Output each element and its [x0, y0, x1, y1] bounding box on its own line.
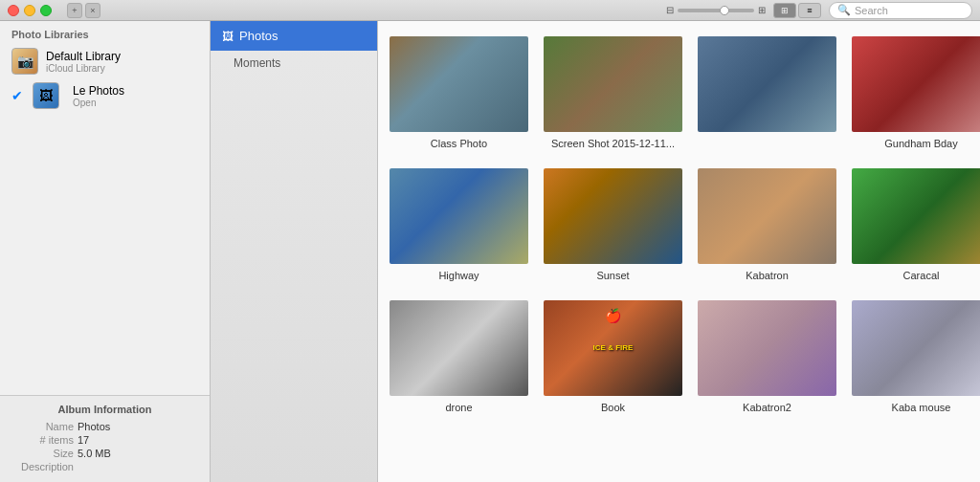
back-button[interactable]: + — [67, 3, 82, 18]
album-info-panel: Album Information Name Photos # items 17… — [0, 395, 210, 482]
zoom-slider[interactable] — [678, 9, 754, 12]
photo-item-sunset[interactable]: Sunset — [544, 168, 682, 281]
photo-thumb-caracal — [852, 168, 980, 264]
search-box[interactable]: 🔍 Search — [829, 2, 972, 19]
photo-label-class-photo: Class Photo — [431, 138, 487, 149]
titlebar: + × ⊟ ⊞ ⊞ ≡ 🔍 Search — [0, 0, 980, 21]
photo-label-drone: drone — [445, 402, 472, 413]
book-overlay-text: ICE & FIRE — [593, 343, 634, 353]
album-info-items-label: # items — [11, 434, 74, 446]
album-info-size-row: Size 5.0 MB — [11, 448, 198, 459]
album-info-title: Album Information — [11, 404, 198, 415]
default-library-sub: iCloud Library — [46, 63, 121, 74]
le-photos-sub: Open — [73, 98, 124, 108]
photo-item-class-photo[interactable]: Class Photo — [390, 36, 528, 149]
album-info-size-value: 5.0 MB — [78, 448, 111, 459]
minimize-button[interactable] — [24, 5, 35, 16]
zoom-in-icon: ⊞ — [758, 5, 766, 15]
photo-thumb-class-photo — [390, 36, 528, 132]
photo-thumb-sunset — [544, 168, 682, 264]
search-icon: 🔍 — [837, 4, 851, 16]
album-info-items-value: 17 — [78, 434, 89, 446]
check-icon: ✔ — [11, 88, 23, 103]
photo-item-kaba-mouse[interactable]: Kaba mouse — [852, 300, 980, 413]
photo-label-book: Book — [601, 402, 625, 413]
nav-sub-item-moments[interactable]: Moments — [211, 51, 377, 76]
nav-item-photos-label: Photos — [239, 29, 278, 43]
photo-item-highway[interactable]: Highway — [390, 168, 528, 281]
le-photos-name: Le Photos — [73, 84, 124, 98]
apple-logo-icon: 🍎 — [605, 308, 621, 323]
close-button[interactable] — [8, 5, 19, 16]
search-placeholder: Search — [855, 5, 888, 16]
default-library-icon: 📷 — [11, 48, 38, 75]
photo-label-caracal: Caracal — [903, 270, 940, 281]
photo-item-kabatron[interactable]: Kabatron — [698, 168, 836, 281]
content-area: Class PhotoScreen Shot 2015-12-11...Gund… — [378, 21, 980, 482]
album-info-name-label: Name — [11, 421, 74, 432]
sidebar-item-default-library[interactable]: 📷 Default Library iCloud Library — [0, 44, 210, 78]
photo-label-kaba-mouse: Kaba mouse — [892, 402, 951, 413]
main-layout: Photo Libraries 📷 Default Library iCloud… — [0, 21, 980, 482]
zoom-out-icon: ⊟ — [666, 5, 674, 15]
photo-item-game[interactable] — [698, 36, 836, 149]
photo-item-caracal[interactable]: Caracal — [852, 168, 980, 281]
photo-item-kabatron2[interactable]: Kabatron2 — [698, 300, 836, 413]
forward-button[interactable]: × — [85, 3, 100, 18]
photo-grid: Class PhotoScreen Shot 2015-12-11...Gund… — [390, 36, 969, 413]
nav-item-moments-label: Moments — [234, 56, 280, 70]
photo-thumb-gundham-bday — [852, 36, 980, 132]
photo-thumb-drone — [390, 300, 528, 396]
sidebar-spacer — [0, 113, 210, 395]
nav-panel: 🖼 Photos Moments — [211, 21, 378, 482]
le-photos-icon: 🖼 — [33, 82, 59, 109]
nav-buttons: + × — [67, 3, 100, 18]
album-info-items-row: # items 17 — [11, 434, 198, 446]
photo-thumb-kabatron2 — [698, 300, 836, 396]
sidebar-section-title: Photo Libraries — [0, 21, 210, 44]
photo-label-kabatron: Kabatron — [746, 270, 789, 281]
album-info-size-label: Size — [11, 448, 74, 459]
photo-label-highway: Highway — [438, 270, 479, 281]
default-library-info: Default Library iCloud Library — [46, 50, 121, 74]
photo-label-sunset: Sunset — [596, 270, 629, 281]
photo-thumb-highway — [390, 168, 528, 264]
default-library-name: Default Library — [46, 50, 121, 63]
album-info-name-value: Photos — [78, 421, 110, 432]
grid-view-button[interactable]: ⊞ — [773, 3, 796, 18]
photo-thumb-kabatron — [698, 168, 836, 264]
photo-thumb-kaba-mouse — [852, 300, 980, 396]
photo-thumb-book: ICE & FIRE🍎 — [544, 300, 682, 396]
album-info-desc-row: Description — [11, 461, 198, 472]
zoom-slider-area: ⊟ ⊞ — [666, 5, 766, 15]
sidebar: Photo Libraries 📷 Default Library iCloud… — [0, 21, 211, 482]
list-view-button[interactable]: ≡ — [798, 3, 821, 18]
nav-item-photos[interactable]: 🖼 Photos — [211, 21, 377, 51]
slider-thumb — [720, 6, 729, 15]
photo-label-kabatron2: Kabatron2 — [743, 402, 791, 413]
sidebar-item-le-photos[interactable]: ✔ 🖼 Le Photos Open — [0, 78, 210, 113]
view-buttons: ⊞ ≡ — [773, 3, 821, 18]
photo-item-screenshot[interactable]: Screen Shot 2015-12-11... — [544, 36, 682, 149]
photo-label-gundham-bday: Gundham Bday — [884, 138, 957, 149]
photo-thumb-screenshot — [544, 36, 682, 132]
photo-thumb-game — [698, 36, 836, 132]
photo-item-book[interactable]: ICE & FIRE🍎Book — [544, 300, 682, 413]
album-info-desc-label: Description — [11, 461, 74, 472]
photo-label-screenshot: Screen Shot 2015-12-11... — [551, 138, 675, 149]
le-photos-info: Le Photos Open — [73, 84, 124, 108]
traffic-lights — [8, 5, 52, 16]
photo-item-drone[interactable]: drone — [390, 300, 528, 413]
album-info-name-row: Name Photos — [11, 421, 198, 432]
maximize-button[interactable] — [40, 5, 52, 16]
photos-nav-icon: 🖼 — [222, 30, 234, 43]
photo-item-gundham-bday[interactable]: Gundham Bday — [852, 36, 980, 149]
